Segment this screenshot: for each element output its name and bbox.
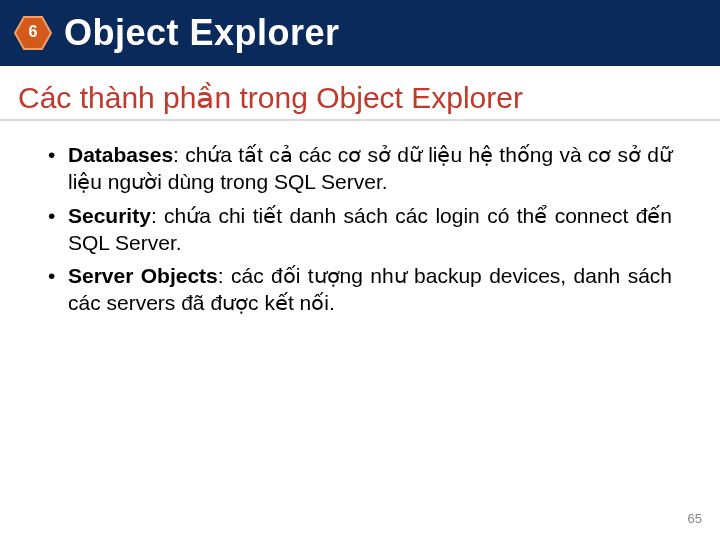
list-item: Security: chứa chi tiết danh sách các lo… <box>48 202 672 257</box>
list-item-desc: : chứa chi tiết danh sách các login có t… <box>68 204 672 254</box>
section-number: 6 <box>29 23 38 41</box>
subtitle: Các thành phần trong Object Explorer <box>0 66 720 119</box>
list-item-term: Server Objects <box>68 264 218 287</box>
header-bar: 6 Object Explorer <box>0 0 720 66</box>
list-item-term: Databases <box>68 143 173 166</box>
section-number-badge: 6 <box>14 16 52 50</box>
page-number: 65 <box>688 511 702 526</box>
list-item: Databases: chứa tất cả các cơ sở dữ liệu… <box>48 141 672 196</box>
header-title: Object Explorer <box>64 12 340 54</box>
bullet-list: Databases: chứa tất cả các cơ sở dữ liệu… <box>0 121 720 317</box>
list-item-term: Security <box>68 204 151 227</box>
slide: 6 Object Explorer Các thành phần trong O… <box>0 0 720 540</box>
list-item: Server Objects: các đối tượng như backup… <box>48 262 672 317</box>
